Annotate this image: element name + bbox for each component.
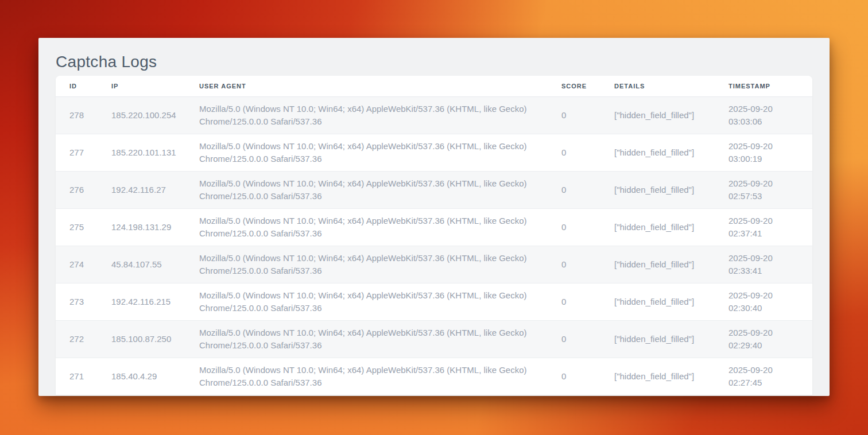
cell-score: 0 <box>548 246 600 283</box>
cell-id: 278 <box>56 96 98 134</box>
cell-id: 275 <box>56 208 98 246</box>
column-header-id: ID <box>56 76 98 96</box>
table-row: 276 192.42.116.27 Mozilla/5.0 (Windows N… <box>56 171 812 208</box>
cell-details: ["hidden_field_filled"] <box>600 208 715 246</box>
cell-user-agent: Mozilla/5.0 (Windows NT 10.0; Win64; x64… <box>185 171 548 208</box>
cell-user-agent: Mozilla/5.0 (Windows NT 10.0; Win64; x64… <box>185 96 548 134</box>
cell-ip: 45.84.107.55 <box>98 246 185 283</box>
cell-id: 272 <box>56 320 98 358</box>
cell-ip: 124.198.131.29 <box>98 208 185 246</box>
column-header-score: SCORE <box>548 76 600 96</box>
column-header-ip: IP <box>98 76 185 96</box>
cell-score: 0 <box>548 358 600 395</box>
cell-timestamp: 2025-09-20 02:57:53 <box>715 171 812 208</box>
cell-user-agent: Mozilla/5.0 (Windows NT 10.0; Win64; x64… <box>185 320 548 358</box>
captcha-logs-table: ID IP USER AGENT SCORE DETAILS TIMESTAMP… <box>56 76 812 395</box>
cell-id: 274 <box>56 246 98 283</box>
cell-ip: 185.100.87.250 <box>98 320 185 358</box>
cell-timestamp: 2025-09-20 02:29:40 <box>715 320 812 358</box>
cell-timestamp: 2025-09-20 02:30:40 <box>715 283 812 320</box>
cell-timestamp: 2025-09-20 02:37:41 <box>715 208 812 246</box>
cell-score: 0 <box>548 134 600 171</box>
cell-score: 0 <box>548 283 600 320</box>
cell-timestamp: 2025-09-20 02:33:41 <box>715 246 812 283</box>
cell-details: ["hidden_field_filled"] <box>600 246 715 283</box>
cell-score: 0 <box>548 320 600 358</box>
cell-timestamp: 2025-09-20 03:03:06 <box>715 96 812 134</box>
cell-ip: 192.42.116.27 <box>98 171 185 208</box>
cell-user-agent: Mozilla/5.0 (Windows NT 10.0; Win64; x64… <box>185 208 548 246</box>
cell-ip: 185.40.4.29 <box>98 358 185 395</box>
cell-timestamp: 2025-09-20 03:00:19 <box>715 134 812 171</box>
table-row: 278 185.220.100.254 Mozilla/5.0 (Windows… <box>56 96 812 134</box>
cell-timestamp: 2025-09-20 02:27:45 <box>715 358 812 395</box>
cell-score: 0 <box>548 208 600 246</box>
column-header-user-agent: USER AGENT <box>185 76 548 96</box>
cell-id: 271 <box>56 358 98 395</box>
cell-score: 0 <box>548 171 600 208</box>
cell-details: ["hidden_field_filled"] <box>600 96 715 134</box>
table-row: 277 185.220.101.131 Mozilla/5.0 (Windows… <box>56 134 812 171</box>
cell-score: 0 <box>548 96 600 134</box>
column-header-details: DETAILS <box>600 76 715 96</box>
captcha-logs-card: Captcha Logs ID IP USER AGENT SCORE DETA… <box>38 38 830 396</box>
cell-user-agent: Mozilla/5.0 (Windows NT 10.0; Win64; x64… <box>185 283 548 320</box>
cell-id: 273 <box>56 283 98 320</box>
table-row: 274 45.84.107.55 Mozilla/5.0 (Windows NT… <box>56 246 812 283</box>
cell-details: ["hidden_field_filled"] <box>600 134 715 171</box>
table-row: 272 185.100.87.250 Mozilla/5.0 (Windows … <box>56 320 812 358</box>
cell-details: ["hidden_field_filled"] <box>600 283 715 320</box>
cell-ip: 185.220.101.131 <box>98 134 185 171</box>
cell-user-agent: Mozilla/5.0 (Windows NT 10.0; Win64; x64… <box>185 358 548 395</box>
table-row: 273 192.42.116.215 Mozilla/5.0 (Windows … <box>56 283 812 320</box>
table-row: 271 185.40.4.29 Mozilla/5.0 (Windows NT … <box>56 358 812 395</box>
cell-id: 276 <box>56 171 98 208</box>
cell-ip: 185.220.100.254 <box>98 96 185 134</box>
column-header-timestamp: TIMESTAMP <box>715 76 812 96</box>
cell-details: ["hidden_field_filled"] <box>600 320 715 358</box>
cell-details: ["hidden_field_filled"] <box>600 171 715 208</box>
table-header: ID IP USER AGENT SCORE DETAILS TIMESTAMP <box>56 76 812 96</box>
cell-details: ["hidden_field_filled"] <box>600 358 715 395</box>
page-title: Captcha Logs <box>56 48 812 76</box>
cell-id: 277 <box>56 134 98 171</box>
table-row: 275 124.198.131.29 Mozilla/5.0 (Windows … <box>56 208 812 246</box>
cell-ip: 192.42.116.215 <box>98 283 185 320</box>
cell-user-agent: Mozilla/5.0 (Windows NT 10.0; Win64; x64… <box>185 246 548 283</box>
cell-user-agent: Mozilla/5.0 (Windows NT 10.0; Win64; x64… <box>185 134 548 171</box>
